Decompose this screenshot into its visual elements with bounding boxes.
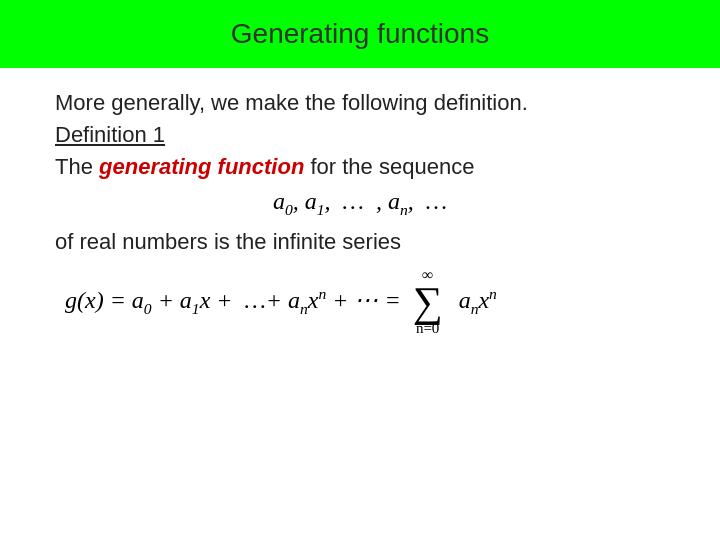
generating-line-before: The xyxy=(55,154,99,179)
sequence-formula: a0, a1, … , an, … xyxy=(55,188,665,219)
header-bar: Generating functions xyxy=(0,0,720,68)
generating-function-term: generating function xyxy=(99,154,304,179)
formula-summand: anxn xyxy=(453,285,497,318)
main-formula: g(x) = a0 + a1x + …+ anxn + ⋯ = ∞ ∑ n=0 … xyxy=(55,267,665,336)
real-numbers-line: of real numbers is the infinite series xyxy=(55,229,665,255)
definition-label: Definition 1 xyxy=(55,122,665,148)
sigma-lower-bound: n=0 xyxy=(416,321,439,336)
formula-lhs: g(x) = a0 + a1x + …+ anxn + ⋯ = xyxy=(65,285,407,318)
intro-text: More generally, we make the following de… xyxy=(55,90,665,116)
content-area: More generally, we make the following de… xyxy=(0,68,720,356)
sigma-symbol: ∑ xyxy=(413,281,443,323)
generating-line: The generating function for the sequence xyxy=(55,154,665,180)
slide-title: Generating functions xyxy=(231,18,489,49)
slide: Generating functions More generally, we … xyxy=(0,0,720,540)
sigma-notation: ∞ ∑ n=0 xyxy=(413,267,443,336)
generating-line-after: for the sequence xyxy=(304,154,474,179)
